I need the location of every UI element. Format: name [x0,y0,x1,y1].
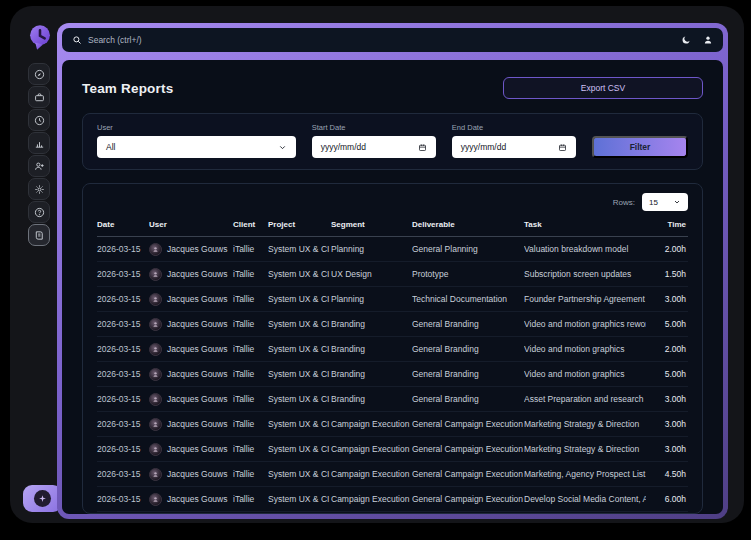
cell-task: Marketing, Agency Prospect List Creation [524,462,646,487]
calendar-icon [418,143,427,152]
cell-time: 3.00h [646,437,688,462]
cell-user: Jacques Gouws [149,262,233,287]
col-header-user: User [149,220,233,237]
sidebar-item-dashboard[interactable] [28,63,50,85]
cell-user: Jacques Gouws [149,337,233,362]
user-avatar [149,268,162,281]
rows-per-page-label: Rows: [613,198,635,207]
user-filter-label: User [97,123,296,132]
user-avatar [149,393,162,406]
cell-date: 2026-03-15 [97,462,149,487]
table-row: 2026-03-15 Jacques Gouws iTallie System … [97,437,688,462]
col-header-date: Date [97,220,149,237]
user-name: Jacques Gouws [167,469,227,479]
app-window: Search (ctrl+/) Team Reports Export CSV … [10,6,744,523]
reports-table: Date User Client Project Segment Deliver… [97,220,688,514]
cell-client: iTallie [233,462,268,487]
cell-task: Develop Social Media Content, Artwork & … [524,487,646,512]
user-name: Jacques Gouws [167,394,227,404]
cell-deliverable: General Campaign Execution [412,437,524,462]
cell-project: System UX & CI [268,512,331,515]
cell-task: Marketing Strategy & Direction [524,437,646,462]
table-row: 2026-03-15 Jacques Gouws iTallie System … [97,412,688,437]
cell-client: iTallie [233,287,268,312]
sidebar-item-reports[interactable] [28,224,50,246]
cell-deliverable: General Branding [412,362,524,387]
search-input[interactable]: Search (ctrl+/) [72,35,681,45]
table-row: 2026-03-15 Jacques Gouws iTallie System … [97,337,688,362]
sidebar-item-analytics[interactable] [28,132,50,154]
start-date-input[interactable]: yyyy/mm/dd [312,136,436,158]
cell-user: Jacques Gouws [149,362,233,387]
cell-date: 2026-03-15 [97,237,149,262]
table-row: 2026-03-15 Jacques Gouws iTallie System … [97,387,688,412]
table-row: 2026-03-15 Jacques Gouws iTallie System … [97,237,688,262]
cell-task: Updating Brand Collateral, Sales Pitch D… [524,512,646,515]
export-csv-button[interactable]: Export CSV [503,77,703,99]
sidebar-item-settings[interactable] [28,178,50,200]
sidebar-item-team[interactable] [28,155,50,177]
col-header-deliverable: Deliverable [412,220,524,237]
user-name: Jacques Gouws [167,319,227,329]
cell-user: Jacques Gouws [149,312,233,337]
cell-task: Valuation breakdown model [524,237,646,262]
col-header-project: Project [268,220,331,237]
cell-user: Jacques Gouws [149,462,233,487]
cell-deliverable: General Branding [412,312,524,337]
cell-segment: Planning [331,287,412,312]
cell-date: 2026-03-15 [97,312,149,337]
moon-icon[interactable] [681,35,691,45]
app-logo[interactable] [26,23,54,51]
cell-deliverable: Technical Documentation [412,287,524,312]
rows-per-page-select[interactable]: 15 [642,193,688,211]
clock-icon [34,115,45,126]
table-row: 2026-03-15 Jacques Gouws iTallie System … [97,462,688,487]
main-frame: Search (ctrl+/) Team Reports Export CSV … [57,23,728,519]
sidebar-item-time-tracking[interactable] [28,109,50,131]
dashboard-icon [34,69,45,80]
cell-project: System UX & CI [268,487,331,512]
cell-deliverable: General Planning [412,237,524,262]
topbar: Search (ctrl+/) [62,28,723,52]
cell-time: 6.00h [646,487,688,512]
cell-user: Jacques Gouws [149,387,233,412]
filter-button[interactable]: Filter [592,136,688,158]
user-avatar [149,343,162,356]
cell-segment: Branding [331,312,412,337]
cell-segment: Branding [331,337,412,362]
table-row: 2026-03-15 Jacques Gouws iTallie System … [97,262,688,287]
cell-client: iTallie [233,262,268,287]
cell-time: 3.00h [646,387,688,412]
cell-segment: Campaign Execution [331,462,412,487]
cell-time: 4.50h [646,462,688,487]
cell-segment: Planning [331,237,412,262]
reports-icon [34,230,45,241]
cell-project: System UX & CI [268,387,331,412]
cell-project: System UX & CI [268,287,331,312]
user-icon[interactable] [703,35,713,45]
start-date-label: Start Date [312,123,436,132]
user-filter-select[interactable]: All [97,136,296,158]
cell-segment: Campaign Execution [331,437,412,462]
cell-client: iTallie [233,487,268,512]
cell-time: 3.00h [646,412,688,437]
cell-task: Subscription screen updates [524,262,646,287]
user-avatar [149,468,162,481]
cell-project: System UX & CI [268,337,331,362]
filter-card: User All Start Date yyyy/mm/dd [82,113,703,170]
cell-task: Founder Partnership Agreement [524,287,646,312]
cell-project: System UX & CI [268,312,331,337]
end-date-input[interactable]: yyyy/mm/dd [452,136,576,158]
sidebar-item-help[interactable] [28,201,50,223]
table-row: 2026-03-15 Jacques Gouws iTallie System … [97,362,688,387]
user-avatar [149,243,162,256]
cell-client: iTallie [233,412,268,437]
user-avatar [149,443,162,456]
cell-date: 2026-03-15 [97,337,149,362]
cell-date: 2026-03-15 [97,487,149,512]
cell-time: 5.00h [646,362,688,387]
cell-date: 2026-03-15 [97,387,149,412]
sidebar-item-jobs[interactable] [28,86,50,108]
col-header-segment: Segment [331,220,412,237]
cell-time: 1.50h [646,262,688,287]
